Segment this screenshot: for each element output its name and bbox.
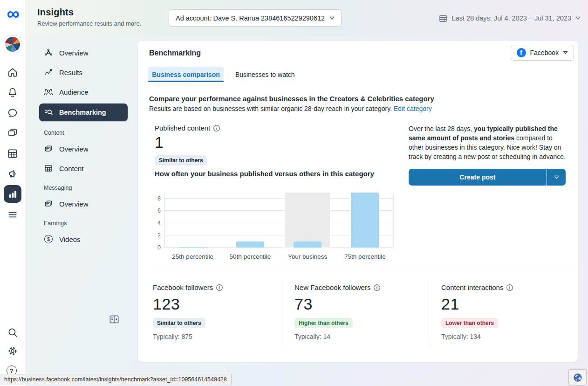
sidebar-item-messaging-overview[interactable]: Overview: [39, 196, 128, 212]
sidebar-item-audience[interactable]: Audience: [39, 84, 128, 100]
benchmark-search-icon: [44, 108, 53, 117]
stat-typical: Typically: 134: [441, 333, 567, 340]
published-content-text: Published content: [155, 124, 210, 132]
published-content-badge: Similar to others: [155, 155, 207, 165]
content-posts-icon[interactable]: [7, 127, 19, 139]
chart-xlabels: 25th percentile50th percentileYour busin…: [164, 251, 394, 260]
published-bar-chart: 02468 25th percentile50th percentileYour…: [155, 193, 394, 260]
channel-selector[interactable]: f Facebook: [511, 45, 574, 61]
ads-megaphone-icon[interactable]: [7, 168, 19, 180]
stat-value: 123: [153, 295, 282, 313]
planner-calendar-icon[interactable]: [7, 147, 19, 159]
stat-label: New Facebook followers: [294, 283, 370, 291]
summary-prefix: Over the last 28 days,: [409, 125, 474, 132]
sidebar-item-benchmarking[interactable]: Benchmarking: [39, 103, 128, 121]
benchmarking-panel: Benchmarking f Facebook Business compari…: [138, 41, 578, 362]
top-header: Insights Review performance results and …: [0, 0, 588, 36]
chart-bar-25th-percentile: [179, 247, 207, 248]
sidebar-item-label: Audience: [59, 88, 89, 96]
sidebar-item-label: Overview: [59, 145, 89, 153]
sidebar-item-label: Content: [59, 165, 84, 172]
chart-xlabel-your-business: Your business: [279, 253, 336, 260]
posts-cards-icon: [44, 199, 53, 208]
published-content-label: Published content: [155, 124, 220, 132]
edit-category-link[interactable]: Edit category: [394, 105, 432, 112]
collapse-sidebar-icon[interactable]: [108, 313, 120, 325]
compare-heading: Compare your performance against busines…: [149, 95, 434, 103]
create-post-split-button: Create post: [409, 169, 566, 186]
meta-logo-icon[interactable]: ∞: [3, 4, 23, 23]
tab-businesses-to-watch[interactable]: Businesses to watch: [235, 71, 295, 78]
chart-slot-25th-percentile: [164, 193, 222, 248]
stats-row: Facebook followers 123 Similar to others…: [149, 280, 567, 345]
globe-button[interactable]: [568, 369, 587, 386]
summary-paragraph: Over the last 28 days, you typically pub…: [409, 124, 566, 161]
info-icon[interactable]: [373, 284, 381, 291]
stat-facebook-followers: Facebook followers 123 Similar to others…: [149, 280, 282, 345]
more-menu-icon[interactable]: [7, 208, 19, 221]
sidebar-section-earnings: Earnings: [44, 220, 138, 227]
sidebar-item-overview[interactable]: Overview: [39, 45, 128, 61]
status-badge: Similar to others: [153, 318, 205, 328]
notifications-bell-icon[interactable]: [7, 86, 19, 98]
insights-bar-chart-icon[interactable]: [4, 185, 21, 203]
chart-xlabel-50th-percentile: 50th percentile: [221, 253, 279, 260]
sidebar-item-label: Overview: [59, 200, 89, 208]
chart-bar-75th-percentile: [351, 193, 379, 248]
icon-rail: ∞ ?: [0, 0, 26, 386]
sidebar-item-content[interactable]: Content: [39, 160, 128, 176]
avatar-image: [5, 37, 20, 52]
info-icon[interactable]: [506, 284, 513, 291]
dollar-circle-icon: $: [44, 234, 53, 244]
date-range-selector[interactable]: Last 28 days: Jul 4, 2023 – Jul 31, 2023: [438, 0, 581, 36]
ytick-label-6: 6: [157, 207, 161, 214]
chart-bar-50th-percentile: [236, 241, 264, 248]
table-grid-icon: [44, 164, 53, 173]
messages-chat-icon[interactable]: [7, 107, 19, 119]
status-badge: Lower than others: [441, 318, 498, 328]
tab-bar: Business comparison Businesses to watch: [148, 67, 295, 82]
settings-gear-icon[interactable]: [7, 345, 19, 357]
info-icon[interactable]: [216, 284, 223, 291]
compare-subtext: Results are based on businesses with sim…: [149, 105, 432, 112]
ytick-label-0: 0: [157, 244, 161, 251]
highlight-band: [285, 193, 330, 248]
profile-avatar[interactable]: [4, 35, 21, 53]
sidebar-item-content-overview[interactable]: Overview: [39, 141, 128, 157]
sidebar-item-results[interactable]: Results: [39, 64, 128, 80]
chevron-down-icon: [563, 51, 568, 55]
ytick-label-2: 2: [157, 232, 161, 239]
info-icon[interactable]: [213, 124, 220, 132]
status-badge: Higher than others: [294, 318, 353, 328]
panel-title: Benchmarking: [149, 49, 201, 57]
search-icon[interactable]: [7, 326, 19, 338]
ad-account-dropdown[interactable]: Ad account: Dave S. Ranua 23846165229290…: [169, 9, 342, 27]
create-post-caret-button[interactable]: [547, 169, 566, 186]
sidebar-item-label: Overview: [59, 49, 89, 57]
date-range-label: Last 28 days: Jul 4, 2023 – Jul 31, 2023: [452, 14, 571, 22]
chart-yaxis: 02468: [155, 193, 162, 248]
chart-title: How often your business published versus…: [155, 170, 374, 178]
ytick-label-8: 8: [157, 195, 161, 202]
chart-slot-50th-percentile: [222, 193, 279, 248]
facebook-logo-icon: f: [517, 48, 526, 57]
stat-value: 21: [441, 295, 567, 313]
compare-subtext-text: Results are based on businesses with sim…: [149, 105, 392, 112]
sidebar-item-videos[interactable]: $ Videos: [39, 231, 128, 247]
sidebar-section-content: Content: [44, 130, 138, 136]
home-icon[interactable]: [7, 66, 19, 78]
insights-sidebar: Overview Results Audience Benchmarking C…: [26, 41, 138, 251]
header-divider: [161, 9, 161, 27]
tab-business-comparison[interactable]: Business comparison: [148, 67, 224, 82]
stat-new-facebook-followers: New Facebook followers 73 Higher than ot…: [282, 280, 429, 345]
stat-content-interactions: Content interactions 21 Lower than other…: [429, 280, 567, 345]
create-post-button[interactable]: Create post: [409, 169, 547, 186]
chart-xlabel-25th-percentile: 25th percentile: [164, 253, 221, 260]
posts-cards-icon: [44, 144, 53, 153]
sidebar-item-label: Videos: [59, 235, 81, 243]
channel-selector-label: Facebook: [530, 49, 559, 56]
stat-value: 73: [294, 295, 429, 313]
sidebar-item-label: Results: [59, 69, 82, 76]
globe-icon: [572, 372, 583, 383]
status-url: https://business.facebook.com/latest/ins…: [4, 376, 227, 383]
